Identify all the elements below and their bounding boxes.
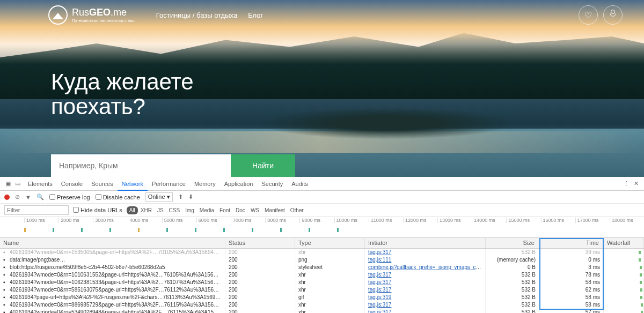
- table-row[interactable]: ▪40261934?wmode=0&rn=1535005&page-url=ht…: [0, 249, 644, 256]
- cell-status: 200: [225, 294, 295, 301]
- filter-all[interactable]: All: [127, 206, 138, 214]
- table-row[interactable]: ▪40261934?page-url=https%3A%2F%2Frusgeo.…: [0, 294, 644, 301]
- cell-name: ▪40261934?wmode=0&rn=1010631552&page-url…: [0, 271, 225, 279]
- hide-data-urls-checkbox[interactable]: Hide data URLs: [73, 207, 122, 213]
- col-status[interactable]: Status: [225, 238, 295, 248]
- col-time[interactable]: Time: [539, 238, 604, 248]
- filter-js[interactable]: JS: [155, 206, 166, 214]
- nav-actions: [579, 5, 623, 25]
- search-input[interactable]: [51, 154, 231, 177]
- cell-name: ▪blob:https://rusgeo.me/8509f8e5-c2b4-45…: [0, 264, 225, 271]
- devtools-tab-elements[interactable]: Elements: [24, 178, 57, 190]
- table-row[interactable]: ▪blob:https://rusgeo.me/8509f8e5-c2b4-45…: [0, 264, 644, 271]
- timeline-tick: 8000 ms: [265, 218, 299, 223]
- cell-size: 532 B: [486, 286, 539, 294]
- throttling-select[interactable]: Online ▾: [145, 192, 173, 202]
- clear-icon[interactable]: ⊘: [15, 193, 20, 200]
- network-timeline[interactable]: 1000 ms2000 ms3000 ms4000 ms5000 ms6000 …: [0, 217, 644, 238]
- cell-initiator: tag.js:317: [365, 279, 486, 286]
- table-row[interactable]: ▪40261934?wmode=0&rn=886985729&page-url=…: [0, 301, 644, 309]
- cell-waterfall: [604, 286, 644, 294]
- cell-status: 200: [225, 271, 295, 279]
- search-button[interactable]: Найти: [231, 154, 295, 177]
- devtools-tab-network[interactable]: Network: [118, 178, 148, 191]
- search-icon[interactable]: 🔍: [36, 193, 44, 200]
- devtools-tab-security[interactable]: Security: [257, 178, 287, 190]
- col-initiator[interactable]: Initiator: [365, 238, 486, 248]
- cell-type: xhr: [295, 271, 365, 279]
- export-har-icon[interactable]: ⬇: [188, 193, 193, 200]
- table-row[interactable]: ▪data:image/png;base…200pngtag.js:111(me…: [0, 256, 644, 264]
- cell-waterfall: [604, 309, 644, 313]
- filter-manifest[interactable]: Manifest: [262, 206, 288, 214]
- cell-size: (memory cache): [486, 256, 539, 264]
- timeline-tick: 2000 ms: [58, 218, 93, 223]
- filter-css[interactable]: CSS: [166, 206, 183, 214]
- devtools-menu-icon[interactable]: ⋮: [623, 180, 630, 188]
- timeline-tick: 13000 ms: [437, 218, 472, 223]
- filter-other[interactable]: Other: [288, 206, 306, 214]
- devtools-tab-performance[interactable]: Performance: [148, 178, 190, 190]
- cell-waterfall: [604, 249, 644, 256]
- timeline-tick: 18000 ms: [610, 218, 644, 223]
- cell-status: 200: [225, 286, 295, 294]
- account-icon[interactable]: [603, 5, 623, 25]
- table-row[interactable]: ▪40261934?wmode=0&rn=1062381533&page-url…: [0, 279, 644, 286]
- filter-toggle-icon[interactable]: ▼: [25, 194, 31, 200]
- col-waterfall[interactable]: Waterfall: [604, 238, 644, 248]
- logo-icon: [48, 5, 68, 25]
- cell-type: gif: [295, 294, 365, 301]
- inspect-icon[interactable]: ▣: [4, 180, 12, 188]
- table-row[interactable]: ▪40261934?wmode=0&rn=585163075&page-url=…: [0, 286, 644, 294]
- record-icon[interactable]: [4, 195, 10, 200]
- cell-size: 532 B: [486, 271, 539, 279]
- disable-cache-checkbox[interactable]: Disable cache: [96, 194, 140, 200]
- devtools-tab-application[interactable]: Application: [220, 178, 258, 190]
- timeline-tick: 9000 ms: [299, 218, 334, 223]
- filter-xhr[interactable]: XHR: [138, 206, 155, 214]
- filter-doc[interactable]: Doc: [233, 206, 248, 214]
- filter-font[interactable]: Font: [217, 206, 233, 214]
- hero-section: RusGEO.me Путешествия начинаются с нас Г…: [0, 0, 644, 177]
- cell-size: 532 B: [486, 294, 539, 301]
- filter-img[interactable]: Img: [182, 206, 197, 214]
- search-bar: Найти: [51, 154, 295, 177]
- preserve-log-checkbox[interactable]: Preserve log: [49, 194, 90, 200]
- cell-initiator: tag.js:111: [365, 256, 486, 264]
- logo[interactable]: RusGEO.me Путешествия начинаются с нас: [48, 5, 135, 25]
- import-har-icon[interactable]: ⬆: [178, 193, 183, 200]
- cell-initiator: tag.js:317: [365, 301, 486, 309]
- cell-type: xhr: [295, 279, 365, 286]
- nav-hotels[interactable]: Гостиницы / базы отдыха: [156, 11, 237, 19]
- cell-waterfall: [604, 279, 644, 286]
- devtools-tab-audits[interactable]: Audits: [287, 178, 312, 190]
- cell-initiator: tag.js:317: [365, 249, 486, 256]
- cell-name: ▪40261934?page-url=https%3A%2F%2Frusgeo.…: [0, 294, 225, 301]
- devtools-tab-console[interactable]: Console: [57, 178, 87, 190]
- cell-waterfall: [604, 271, 644, 279]
- cell-time: 0 ms: [539, 256, 604, 264]
- cell-initiator: tag.js:319: [365, 294, 486, 301]
- filter-ws[interactable]: WS: [248, 206, 262, 214]
- table-row[interactable]: ▪40261934?wmode=0&rn=5349028948&page-url…: [0, 309, 644, 313]
- col-size[interactable]: Size: [486, 238, 539, 248]
- col-type[interactable]: Type: [295, 238, 365, 248]
- cell-name: ▪40261934?wmode=0&rn=5349028948&page-url…: [0, 309, 225, 313]
- timeline-tick: 12000 ms: [403, 218, 437, 223]
- favorites-icon[interactable]: [579, 5, 598, 25]
- nav-blog[interactable]: Блог: [248, 11, 263, 19]
- devtools-tab-sources[interactable]: Sources: [87, 178, 117, 190]
- device-toggle-icon[interactable]: ▭: [14, 180, 21, 188]
- logo-text: RusGEO.me: [72, 7, 135, 18]
- filter-media[interactable]: Media: [197, 206, 217, 214]
- filter-input[interactable]: [4, 205, 69, 215]
- table-row[interactable]: ▪40261934?wmode=0&rn=1010631552&page-url…: [0, 271, 644, 279]
- cell-name: ▪data:image/png;base…: [0, 256, 225, 264]
- cell-initiator: combine.js?callback_prefix=_jsonp_ymaps_…: [365, 264, 486, 271]
- cell-status: 200: [225, 264, 295, 271]
- col-name[interactable]: Name: [0, 238, 225, 248]
- cell-waterfall: [604, 294, 644, 301]
- devtools-close-icon[interactable]: ✕: [632, 180, 640, 188]
- devtools-tab-memory[interactable]: Memory: [190, 178, 220, 190]
- cell-time: 58 ms: [539, 279, 604, 286]
